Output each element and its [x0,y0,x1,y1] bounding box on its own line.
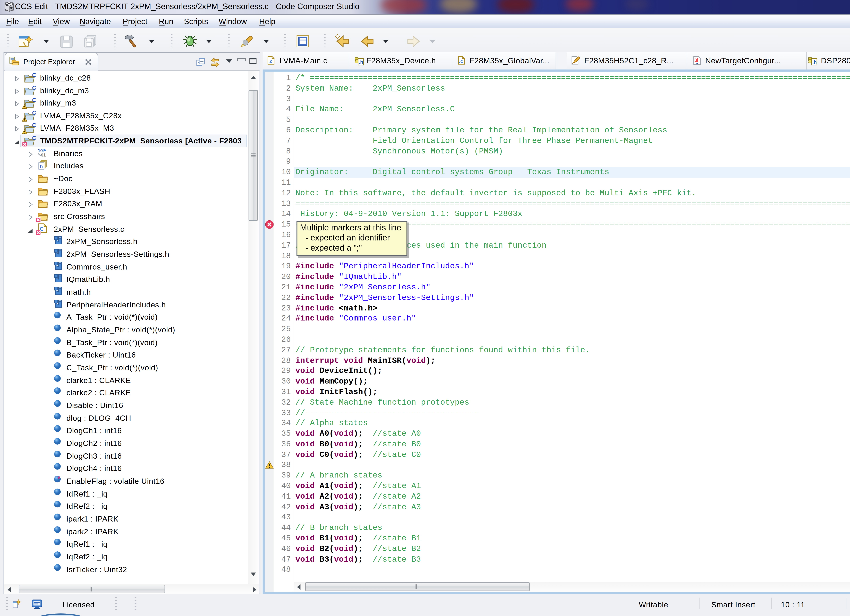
svg-text:C: C [32,97,36,103]
svg-text:.h: .h [359,59,363,65]
svg-text:10: 10 [38,148,43,153]
svg-text:.c: .c [459,58,463,64]
svg-text:.h: .h [812,59,817,65]
svg-text:v: v [58,475,60,480]
svg-text:C: C [32,123,36,128]
svg-text:C: C [32,110,36,116]
svg-text:h: h [40,164,43,169]
svg-text:C: C [32,85,36,91]
svg-text:.c: .c [268,58,273,64]
svg-text:C: C [32,135,36,141]
svg-text:C: C [32,72,36,78]
